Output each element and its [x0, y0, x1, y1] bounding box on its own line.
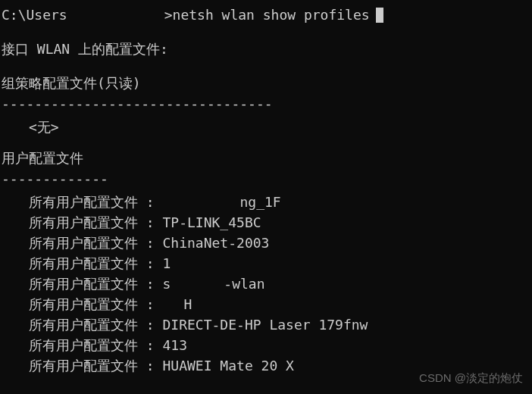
profile-row: 所有用户配置文件 : 413	[2, 335, 532, 355]
profile-label: 所有用户配置文件 :	[29, 274, 163, 294]
profile-value-suffix: -wlan	[224, 274, 264, 294]
profile-value-suffix: ng_1F	[240, 192, 281, 212]
profile-label: 所有用户配置文件 :	[29, 314, 163, 335]
profiles-list: 所有用户配置文件 : ng_1F所有用户配置文件 : TP-LINK_45BC所…	[2, 192, 532, 376]
divider: ---------------------------------	[2, 93, 532, 114]
profile-row: 所有用户配置文件 : ng_1F	[2, 192, 532, 212]
user-profiles-title: 用户配置文件	[2, 148, 532, 168]
profile-label: 所有用户配置文件 :	[29, 233, 163, 253]
profile-label: 所有用户配置文件 :	[29, 335, 163, 355]
profile-label: 所有用户配置文件 :	[29, 294, 163, 314]
interface-header: 接口 WLAN 上的配置文件:	[2, 39, 532, 59]
profile-row: 所有用户配置文件 : s-wlan	[2, 274, 532, 294]
profile-value: HUAWEI Mate 20 X	[163, 355, 294, 376]
divider: -------------	[2, 168, 532, 189]
redacted-username	[67, 8, 164, 22]
cursor	[376, 8, 383, 23]
redacted-value	[163, 192, 240, 205]
group-policy-title: 组策略配置文件(只读)	[2, 73, 532, 93]
redacted-value	[163, 294, 184, 308]
profile-label: 所有用户配置文件 :	[29, 212, 163, 233]
profile-value: DIRECT-DE-HP Laser 179fnw	[163, 314, 368, 335]
profile-value: ChinaNet-2003	[163, 233, 270, 253]
redacted-value	[171, 274, 224, 287]
command-prompt-line: C:\Users > netsh wlan show profiles	[2, 5, 532, 25]
group-policy-none: <无>	[2, 117, 532, 137]
profile-row: 所有用户配置文件 : DIRECT-DE-HP Laser 179fnw	[2, 314, 532, 335]
profile-value-suffix: H	[184, 294, 192, 314]
profile-value: 1	[163, 253, 171, 274]
profile-row: 所有用户配置文件 : TP-LINK_45BC	[2, 212, 532, 233]
command-text[interactable]: netsh wlan show profiles	[173, 5, 370, 25]
profile-label: 所有用户配置文件 :	[29, 192, 163, 212]
watermark: CSDN @淡定的炮仗	[419, 370, 523, 387]
profile-value-prefix: s	[163, 274, 171, 294]
profile-value: 413	[163, 335, 188, 355]
profile-row: 所有用户配置文件 : H	[2, 294, 532, 314]
profile-label: 所有用户配置文件 :	[29, 355, 163, 376]
profile-value: TP-LINK_45BC	[163, 212, 261, 233]
prompt-prefix: C:\Users	[2, 5, 67, 25]
profile-row: 所有用户配置文件 : 1	[2, 253, 532, 274]
profile-row: 所有用户配置文件 : ChinaNet-2003	[2, 233, 532, 253]
prompt-suffix: >	[164, 5, 173, 25]
profile-label: 所有用户配置文件 :	[29, 253, 163, 274]
